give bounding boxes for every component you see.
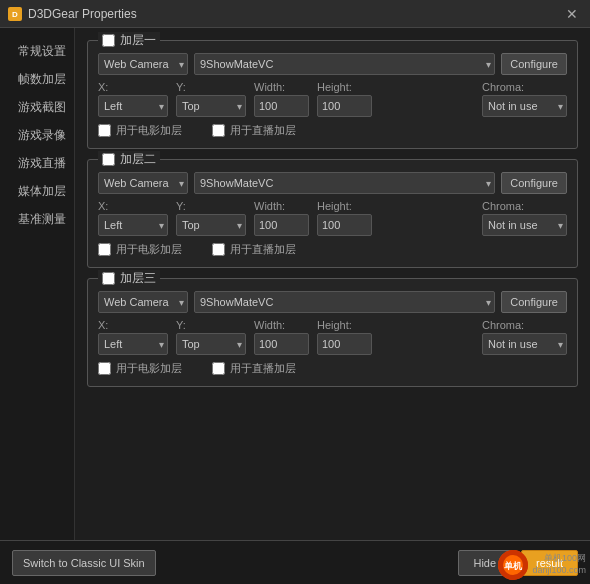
- layer-2-chroma-select[interactable]: Not in use Green Blue: [482, 214, 567, 236]
- layer-1-x-select[interactable]: Left Center Right: [98, 95, 168, 117]
- layer-3-movie-label[interactable]: 用于电影加层: [98, 361, 182, 376]
- layer-2-device-wrapper: 9ShowMateVC: [194, 172, 495, 194]
- watermark-logo: 单机: [498, 550, 528, 580]
- layer-panel-3: 加层三 Web Camera Screen Capture Image File…: [87, 278, 578, 387]
- layer-2-checkbox[interactable]: [102, 153, 115, 166]
- sidebar-item-frame[interactable]: 帧数加层: [0, 66, 74, 92]
- layer-1-width-group: Width:: [254, 81, 309, 117]
- watermark-site: 单机100网: [532, 553, 586, 565]
- close-button[interactable]: ✕: [562, 4, 582, 24]
- sidebar-item-recording[interactable]: 游戏录像: [0, 122, 74, 148]
- layer-3-configure-button[interactable]: Configure: [501, 291, 567, 313]
- layer-1-y-group: Y: Top Center Bottom: [176, 81, 246, 117]
- layer-3-device-wrapper: 9ShowMateVC: [194, 291, 495, 313]
- title-bar: D D3DGear Properties ✕: [0, 0, 590, 28]
- layer-3-chroma-select[interactable]: Not in use Green Blue: [482, 333, 567, 355]
- layer-2-movie-checkbox[interactable]: [98, 243, 111, 256]
- layer-2-movie-label[interactable]: 用于电影加层: [98, 242, 182, 257]
- layer-1-device-select[interactable]: 9ShowMateVC: [194, 53, 495, 75]
- watermark-url: danji100.com: [532, 565, 586, 577]
- layer-2-stream-label[interactable]: 用于直播加层: [212, 242, 296, 257]
- layer-1-stream-label[interactable]: 用于直播加层: [212, 123, 296, 138]
- layer-3-position-row: X: Left Center Right Y: Top Ce: [98, 319, 567, 355]
- sidebar-item-streaming[interactable]: 游戏直播: [0, 150, 74, 176]
- layer-1-title: 加层一: [98, 32, 160, 49]
- layer-2-stream-checkbox[interactable]: [212, 243, 225, 256]
- layer-1-y-select[interactable]: Top Center Bottom: [176, 95, 246, 117]
- layer-3-height-group: Height:: [317, 319, 372, 355]
- sidebar: 常规设置 帧数加层 游戏截图 游戏录像 游戏直播 媒体加层 基准测量: [0, 28, 75, 540]
- layer-3-check-row: 用于电影加层 用于直播加层: [98, 361, 567, 376]
- title-bar-left: D D3DGear Properties: [8, 7, 137, 21]
- layer-1-movie-label[interactable]: 用于电影加层: [98, 123, 182, 138]
- layer-3-x-select[interactable]: Left Center Right: [98, 333, 168, 355]
- app-icon: D: [8, 7, 22, 21]
- layer-2-x-select[interactable]: Left Center Right: [98, 214, 168, 236]
- layer-3-source-select[interactable]: Web Camera Screen Capture Image File: [98, 291, 188, 313]
- layer-3-x-group: X: Left Center Right: [98, 319, 168, 355]
- layer-1-x-wrapper: Left Center Right: [98, 95, 168, 117]
- layer-3-x-wrapper: Left Center Right: [98, 333, 168, 355]
- layer-2-y-select[interactable]: Top Center Bottom: [176, 214, 246, 236]
- layer-2-height-input[interactable]: [317, 214, 372, 236]
- layer-1-position-row: X: Left Center Right Y: Top Ce: [98, 81, 567, 117]
- layer-1-stream-checkbox[interactable]: [212, 124, 225, 137]
- window-title: D3DGear Properties: [28, 7, 137, 21]
- sidebar-item-media[interactable]: 媒体加层: [0, 178, 74, 204]
- layer-2-y-group: Y: Top Center Bottom: [176, 200, 246, 236]
- sidebar-item-screenshot[interactable]: 游戏截图: [0, 94, 74, 120]
- layer-2-width-input[interactable]: [254, 214, 309, 236]
- layer-3-y-select[interactable]: Top Center Bottom: [176, 333, 246, 355]
- layer-2-height-group: Height:: [317, 200, 372, 236]
- layer-2-configure-button[interactable]: Configure: [501, 172, 567, 194]
- layer-2-chroma-group: Chroma: Not in use Green Blue: [482, 200, 567, 236]
- layer-2-chroma-wrapper: Not in use Green Blue: [482, 214, 567, 236]
- layer-1-height-input[interactable]: [317, 95, 372, 117]
- bottom-bar: Switch to Classic UI Skin Hide result 单机…: [0, 540, 590, 584]
- layer-3-source-row: Web Camera Screen Capture Image File 9Sh…: [98, 291, 567, 313]
- layer-panel-1: 加层一 Web Camera Screen Capture Image File…: [87, 40, 578, 149]
- layer-3-checkbox[interactable]: [102, 272, 115, 285]
- layer-1-checkbox[interactable]: [102, 34, 115, 47]
- layer-2-position-row: X: Left Center Right Y: Top Ce: [98, 200, 567, 236]
- layer-1-width-input[interactable]: [254, 95, 309, 117]
- layer-1-movie-checkbox[interactable]: [98, 124, 111, 137]
- layer-3-title: 加层三: [98, 270, 160, 287]
- layer-3-source-wrapper: Web Camera Screen Capture Image File: [98, 291, 188, 313]
- layer-1-chroma-select[interactable]: Not in use Green Blue: [482, 95, 567, 117]
- layer-1-y-wrapper: Top Center Bottom: [176, 95, 246, 117]
- svg-text:D: D: [12, 10, 18, 19]
- layer-2-source-wrapper: Web Camera Screen Capture Image File: [98, 172, 188, 194]
- sidebar-item-benchmark[interactable]: 基准测量: [0, 206, 74, 232]
- layer-1-height-group: Height:: [317, 81, 372, 117]
- layer-3-y-wrapper: Top Center Bottom: [176, 333, 246, 355]
- layer-1-chroma-wrapper: Not in use Green Blue: [482, 95, 567, 117]
- layer-3-movie-checkbox[interactable]: [98, 362, 111, 375]
- layer-3-height-input[interactable]: [317, 333, 372, 355]
- layer-2-source-select[interactable]: Web Camera Screen Capture Image File: [98, 172, 188, 194]
- layer-1-check-row: 用于电影加层 用于直播加层: [98, 123, 567, 138]
- layer-2-x-group: X: Left Center Right: [98, 200, 168, 236]
- layer-2-device-select[interactable]: 9ShowMateVC: [194, 172, 495, 194]
- layer-3-y-group: Y: Top Center Bottom: [176, 319, 246, 355]
- layer-2-source-row: Web Camera Screen Capture Image File 9Sh…: [98, 172, 567, 194]
- layer-3-chroma-wrapper: Not in use Green Blue: [482, 333, 567, 355]
- layer-1-source-select[interactable]: Web Camera Screen Capture Image File: [98, 53, 188, 75]
- layer-3-device-select[interactable]: 9ShowMateVC: [194, 291, 495, 313]
- layer-1-x-group: X: Left Center Right: [98, 81, 168, 117]
- layer-3-stream-label[interactable]: 用于直播加层: [212, 361, 296, 376]
- layer-3-stream-checkbox[interactable]: [212, 362, 225, 375]
- layer-3-width-input[interactable]: [254, 333, 309, 355]
- main-container: 常规设置 帧数加层 游戏截图 游戏录像 游戏直播 媒体加层 基准测量 加层一 W…: [0, 28, 590, 540]
- layer-2-x-wrapper: Left Center Right: [98, 214, 168, 236]
- layer-2-title: 加层二: [98, 151, 160, 168]
- layer-3-width-group: Width:: [254, 319, 309, 355]
- layer-panel-2: 加层二 Web Camera Screen Capture Image File…: [87, 159, 578, 268]
- layer-1-configure-button[interactable]: Configure: [501, 53, 567, 75]
- classic-skin-button[interactable]: Switch to Classic UI Skin: [12, 550, 156, 576]
- layer-2-y-wrapper: Top Center Bottom: [176, 214, 246, 236]
- layer-1-source-wrapper: Web Camera Screen Capture Image File: [98, 53, 188, 75]
- layer-2-check-row: 用于电影加层 用于直播加层: [98, 242, 567, 257]
- content-area: 加层一 Web Camera Screen Capture Image File…: [75, 28, 590, 540]
- sidebar-item-general[interactable]: 常规设置: [0, 38, 74, 64]
